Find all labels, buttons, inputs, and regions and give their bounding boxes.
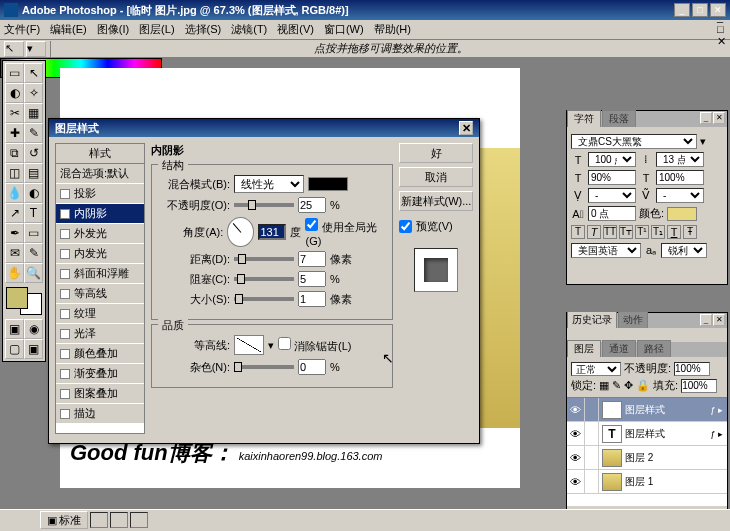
strikethrough[interactable]: Ŧ [683,225,697,239]
minimize-button[interactable]: _ [674,3,690,17]
move-tool[interactable]: ↖ [24,63,43,83]
global-light-checkbox[interactable]: 使用全局光(G) [305,218,384,247]
dodge-tool[interactable]: ◐ [24,183,43,203]
font-family-select[interactable]: 文鼎CS大黑繁 [571,134,697,149]
choke-input[interactable] [298,271,326,287]
color-swatches[interactable] [6,287,42,315]
heal-tool[interactable]: ✚ [5,123,24,143]
style-checkbox[interactable] [60,289,70,299]
slice-tool[interactable]: ▦ [24,103,43,123]
small-caps[interactable]: Tᴛ [619,225,633,239]
angle-input[interactable] [258,224,286,240]
shadow-color-chip[interactable] [308,177,348,191]
blur-tool[interactable]: 💧 [5,183,24,203]
link-cell[interactable] [585,470,599,493]
statusbar-seg-1[interactable] [90,512,108,528]
tab-character[interactable]: 字符 [567,110,601,127]
style-row-外发光[interactable]: 外发光 [56,224,144,244]
contour-picker[interactable] [234,335,264,355]
styles-header[interactable]: 样式 [55,143,145,164]
font-style-dropdown[interactable]: ▾ [700,135,706,148]
standard-mode[interactable]: ▣ [5,319,24,339]
path-tool[interactable]: ↗ [5,203,24,223]
tracking-select[interactable]: - [656,188,704,203]
blend-mode-layer-select[interactable]: 正常 [571,362,621,376]
size-slider[interactable] [234,297,294,301]
vscale-input[interactable] [588,170,636,185]
stamp-tool[interactable]: ⧉ [5,143,24,163]
screen-mode-1[interactable]: ▢ [5,339,24,359]
quickmask-mode[interactable]: ◉ [24,319,43,339]
leading-select[interactable]: 13 点 [656,152,704,167]
language-select[interactable]: 美国英语 [571,243,641,258]
visibility-toggle[interactable]: 👁 [567,446,585,469]
layer-row[interactable]: 👁T图层样式ƒ ▸ [567,422,727,446]
font-size-select[interactable]: 100 点 [588,152,636,167]
pen-tool[interactable]: ✒ [5,223,24,243]
baseline-input[interactable] [588,206,636,221]
eraser-tool[interactable]: ◫ [5,163,24,183]
tab-history[interactable]: 历史记录 [567,311,617,328]
layer-row[interactable]: 👁图层 2 [567,446,727,470]
dialog-close-button[interactable]: ✕ [459,121,473,135]
distance-slider[interactable] [234,257,294,261]
fx-badge[interactable]: ƒ ▸ [710,405,723,415]
antialias-select[interactable]: 锐利 [661,243,707,258]
lock-transparency[interactable]: ▦ [599,379,609,392]
notes-tool[interactable]: ✉ [5,243,24,263]
style-row-纹理[interactable]: 纹理 [56,304,144,324]
style-checkbox[interactable] [60,389,70,399]
gradient-tool[interactable]: ▤ [24,163,43,183]
statusbar-seg-2[interactable] [110,512,128,528]
style-row-图案叠加[interactable]: 图案叠加 [56,384,144,404]
fx-badge[interactable]: ƒ ▸ [710,429,723,439]
history-brush[interactable]: ↺ [24,143,43,163]
faux-italic[interactable]: T [587,225,601,239]
all-caps[interactable]: TT [603,225,617,239]
menu-select[interactable]: 选择(S) [185,22,222,37]
underline[interactable]: T [667,225,681,239]
panel-minimize[interactable]: _ [700,112,712,124]
angle-dial[interactable] [227,217,254,247]
style-checkbox[interactable] [60,249,70,259]
wand-tool[interactable]: ✧ [24,83,43,103]
style-row-描边[interactable]: 描边 [56,404,144,424]
style-checkbox[interactable] [60,269,70,279]
visibility-toggle[interactable]: 👁 [567,398,585,421]
visibility-toggle[interactable]: 👁 [567,422,585,445]
hscale-input[interactable] [656,170,704,185]
style-checkbox[interactable] [60,349,70,359]
shape-tool[interactable]: ▭ [24,223,43,243]
screen-mode-2[interactable]: ▣ [24,339,43,359]
menu-help[interactable]: 帮助(H) [374,22,411,37]
menu-layer[interactable]: 图层(L) [139,22,174,37]
style-row-颜色叠加[interactable]: 颜色叠加 [56,344,144,364]
layer-row[interactable]: 👁T图层样式ƒ ▸ [567,398,727,422]
style-row-斜面和浮雕[interactable]: 斜面和浮雕 [56,264,144,284]
statusbar-seg-3[interactable] [130,512,148,528]
menu-file[interactable]: 文件(F) [4,22,40,37]
doc-maximize[interactable]: □ [717,23,726,35]
options-dropdown[interactable]: ▾ [26,41,46,57]
distance-input[interactable] [298,251,326,267]
panel-minimize-2[interactable]: _ [700,314,712,326]
marquee-tool[interactable]: ▭ [5,63,24,83]
maximize-button[interactable]: □ [692,3,708,17]
lock-all[interactable]: 🔒 [636,379,650,392]
tab-paths[interactable]: 路径 [637,340,671,357]
style-checkbox[interactable] [60,209,70,219]
menu-window[interactable]: 窗口(W) [324,22,364,37]
style-checkbox[interactable] [60,329,70,339]
lock-position[interactable]: ✥ [624,379,633,392]
noise-slider[interactable] [234,365,294,369]
choke-slider[interactable] [234,277,294,281]
style-row-内发光[interactable]: 内发光 [56,244,144,264]
faux-bold[interactable]: T [571,225,585,239]
brush-tool[interactable]: ✎ [24,123,43,143]
link-cell[interactable] [585,422,599,445]
panel-close[interactable]: ✕ [713,112,725,124]
menu-image[interactable]: 图像(I) [97,22,129,37]
layer-thumbnail[interactable]: T [602,425,622,443]
style-checkbox[interactable] [60,189,70,199]
visibility-toggle[interactable]: 👁 [567,470,585,493]
